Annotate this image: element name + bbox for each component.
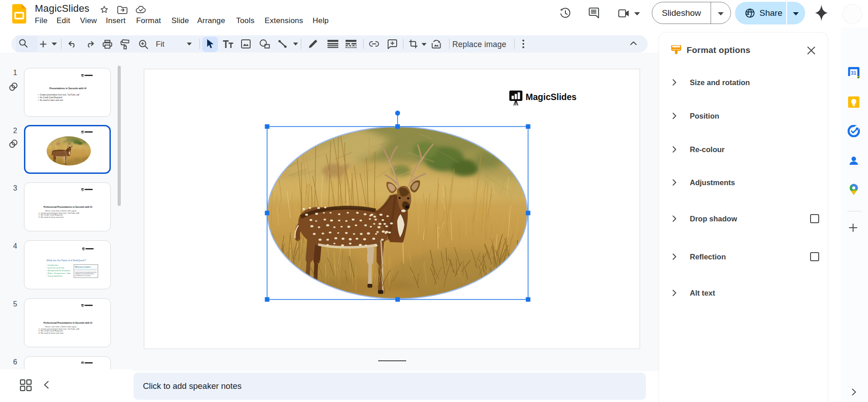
svg-text:31: 31	[851, 70, 856, 76]
